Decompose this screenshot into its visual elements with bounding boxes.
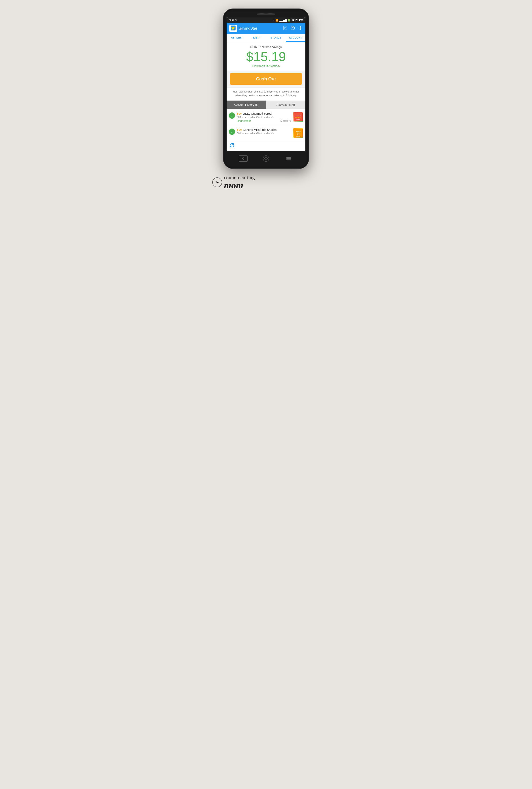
- item-2-name: General Mills Fruit Snacks: [243, 128, 277, 131]
- notice-text: Most savings post within 2-10 days. You'…: [227, 87, 305, 101]
- tab-offers[interactable]: OFFERS: [227, 34, 246, 42]
- scissors-circle: ✂: [212, 177, 222, 187]
- fruit-snacks-thumbnail: General Mills Fruit Snacks: [293, 128, 303, 138]
- svg-text:Snacks: Snacks: [296, 136, 300, 137]
- menu-line-1: [286, 157, 291, 158]
- item-1-title: 50¢ Lucky Charms® cereal: [237, 112, 291, 115]
- svg-text:Lucky: Lucky: [296, 115, 301, 116]
- phone-screen: ⊟ ⊠ ⊡ ✕ 📶 ▁▂▄█ 🔋 12:25 PM: [227, 17, 305, 151]
- all-time-savings: $116.07 all-time savings: [231, 45, 301, 49]
- phone-speaker: [257, 14, 275, 15]
- menu-button[interactable]: [284, 155, 293, 162]
- list-item: ✓ 50¢ Lucky Charms® cereal 50¢ redeemed …: [227, 109, 305, 126]
- signal-icon: ▁▂▄█: [280, 19, 287, 22]
- refresh-icon[interactable]: [229, 143, 235, 149]
- menu-line-2: [286, 158, 291, 159]
- list-item: ✓ 50¢ General Mills Fruit Snacks 50¢ red…: [227, 126, 305, 141]
- svg-text:Fruit: Fruit: [297, 134, 299, 135]
- item-1-subtitle: 50¢ redeemed at Giant or Martin's: [237, 116, 291, 118]
- tab-stores[interactable]: STORES: [266, 34, 286, 42]
- item-1-image: Lucky Charms cereal: [293, 112, 303, 122]
- item-1-name: Lucky Charms® cereal: [243, 112, 272, 115]
- mute-icon: ✕: [272, 19, 274, 22]
- history-tabs: Account History (5) Activations (6): [227, 100, 305, 109]
- balance-label: CURRENT BALANCE: [231, 64, 301, 67]
- check-icon-2: ✓: [229, 129, 235, 135]
- check-icon: ✓: [229, 112, 235, 119]
- item-1-date: March 26: [280, 119, 291, 123]
- menu-line-3: [286, 159, 291, 160]
- item-2-title: 50¢ General Mills Fruit Snacks: [237, 128, 291, 131]
- download-icon: ⊡: [235, 19, 237, 22]
- svg-point-2: [233, 29, 233, 29]
- receipt-icon[interactable]: [283, 26, 287, 31]
- status-icons-left: ⊟ ⊠ ⊡: [229, 19, 237, 22]
- status-icons-right: ✕ 📶 ▁▂▄█ 🔋 12:25 PM: [272, 19, 303, 22]
- item-2-amount: 50¢: [237, 128, 242, 131]
- tab-list[interactable]: LIST: [246, 34, 266, 42]
- header-icons: ?: [283, 26, 303, 31]
- app-header: SavingStar ?: [227, 23, 305, 34]
- item-1-amount: 50¢: [237, 112, 242, 115]
- svg-text:Mills: Mills: [297, 132, 300, 134]
- sdcard-icon: ⊠: [232, 19, 234, 22]
- status-bar: ⊟ ⊠ ⊡ ✕ 📶 ▁▂▄█ 🔋 12:25 PM: [227, 17, 305, 23]
- svg-text:General: General: [296, 131, 301, 132]
- svg-point-21: [265, 157, 267, 160]
- phone-bottom-nav: [227, 152, 305, 164]
- help-icon[interactable]: ?: [291, 26, 295, 31]
- main-content: $116.07 all-time savings $15.19 CURRENT …: [227, 42, 305, 151]
- watermark-line2: mom: [224, 181, 255, 190]
- list-section: ✓ 50¢ Lucky Charms® cereal 50¢ redeemed …: [227, 109, 305, 141]
- lucky-charms-thumbnail: Lucky Charms cereal: [293, 112, 303, 122]
- balance-section: $116.07 all-time savings $15.19 CURRENT …: [227, 42, 305, 71]
- watermark: ✂ coupon cutting mom: [210, 175, 255, 190]
- app-logo: [229, 25, 237, 32]
- app-title: SavingStar: [239, 26, 281, 31]
- svg-text:cereal: cereal: [296, 119, 300, 120]
- svg-text:?: ?: [292, 27, 294, 29]
- cash-out-button[interactable]: Cash Out: [230, 73, 302, 84]
- svg-text:Charms: Charms: [295, 116, 301, 118]
- page-wrapper: ⊟ ⊠ ⊡ ✕ 📶 ▁▂▄█ 🔋 12:25 PM: [210, 9, 322, 190]
- back-button[interactable]: [239, 155, 248, 162]
- logo-star-icon: [231, 25, 235, 32]
- wifi-icon: 📶: [276, 19, 279, 22]
- settings-icon[interactable]: [298, 26, 303, 31]
- watermark-line1: coupon cutting: [224, 175, 255, 181]
- tab-account-history[interactable]: Account History (5): [227, 100, 266, 109]
- nav-tabs: OFFERS LIST STORES ACCOUNT: [227, 34, 305, 42]
- notification-icon: ⊟: [229, 19, 231, 22]
- item-1-status: Redeemed!: [237, 119, 251, 123]
- tab-activations[interactable]: Activations (6): [266, 100, 306, 109]
- item-1-status-row: Redeemed! March 26: [237, 119, 291, 123]
- battery-icon: 🔋: [287, 19, 291, 22]
- svg-point-9: [300, 27, 301, 29]
- item-2-subtitle: 50¢ redeemed at Giant or Martin's: [237, 132, 291, 135]
- item-2-image: General Mills Fruit Snacks: [293, 128, 303, 138]
- home-button[interactable]: [263, 155, 269, 162]
- balance-amount: $15.19: [231, 50, 301, 64]
- tab-account[interactable]: ACCOUNT: [286, 34, 305, 42]
- scissors-icon: ✂: [215, 180, 220, 185]
- item-2-info: 50¢ General Mills Fruit Snacks 50¢ redee…: [237, 128, 291, 135]
- phone-shell: ⊟ ⊠ ⊡ ✕ 📶 ▁▂▄█ 🔋 12:25 PM: [224, 9, 308, 168]
- refresh-bar: [227, 141, 305, 151]
- item-1-info: 50¢ Lucky Charms® cereal 50¢ redeemed at…: [237, 112, 291, 123]
- status-time: 12:25 PM: [291, 19, 303, 22]
